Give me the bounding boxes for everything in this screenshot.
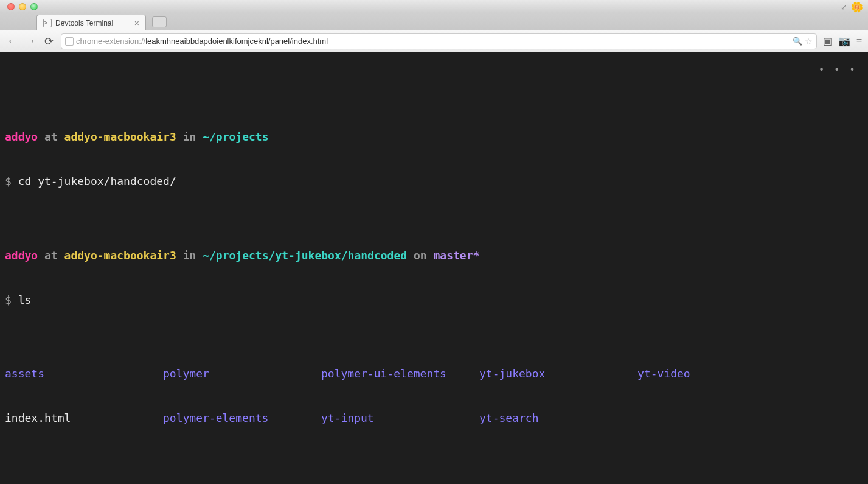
url-text: chrome-extension://leakmhneaibbdapdoienl… [76,37,790,46]
camera-extension-icon[interactable]: 📷 [838,35,850,47]
ls-entry: polymer-ui-elements [321,367,479,381]
ls-output-row: assets polymer polymer-ui-elements yt-ju… [5,367,863,381]
traffic-lights [7,3,38,10]
prompt-line: addyo at addyo-macbookair3 in ~/projects [5,130,863,144]
tab-close-icon[interactable]: × [134,18,139,28]
ls-entry: polymer-elements [163,411,321,426]
forward-button[interactable]: → [24,35,36,47]
browser-toolbar: ← → ⟳ chrome-extension://leakmhneaibbdap… [0,30,868,52]
prompt-line: addyo at addyo-macbookair3 in ~/projects… [5,248,863,263]
page-icon [65,37,74,46]
new-tab-button[interactable] [152,16,167,27]
flower-icon: 🌼 [851,1,863,13]
ls-entry: assets [5,367,163,381]
terminal-menu-icon[interactable]: • • • [819,63,857,77]
chrome-menu-icon[interactable]: ≡ [856,36,862,47]
back-button[interactable]: ← [6,35,18,47]
extension-icon[interactable]: ▣ [823,35,832,47]
reload-button[interactable]: ⟳ [43,35,55,48]
window-titlebar: ⤢ 🌼 [0,0,868,13]
tab-favicon-icon: >_ [43,19,52,27]
ls-output-row: index.html polymer-elements yt-input yt-… [5,411,863,426]
ls-entry: polymer [163,367,321,381]
ls-entry: index.html [5,411,163,426]
ls-entry: yt-input [321,411,479,426]
zoom-window-button[interactable] [30,3,38,10]
ls-entry: yt-jukebox [479,367,637,381]
ls-entry: yt-video [637,367,796,381]
bookmark-star-icon[interactable]: ☆ [805,37,813,46]
close-window-button[interactable] [7,3,15,10]
browser-tab[interactable]: >_ Devtools Terminal × [36,15,146,30]
command-line: $ cd yt-jukebox/handcoded/ [5,174,863,189]
ls-entry: yt-search [479,411,637,426]
minimize-window-button[interactable] [19,3,26,10]
terminal-viewport[interactable]: • • • addyo at addyo-macbookair3 in ~/pr… [0,52,868,484]
tab-strip: >_ Devtools Terminal × [0,13,868,30]
fullscreen-icon[interactable]: ⤢ [841,2,847,12]
address-bar[interactable]: chrome-extension://leakmhneaibbdapdoienl… [61,33,817,49]
command-line: $ ls [5,293,863,307]
tab-title: Devtools Terminal [55,19,113,27]
search-icon[interactable]: 🔍 [793,37,802,46]
ls-entry [637,411,796,426]
